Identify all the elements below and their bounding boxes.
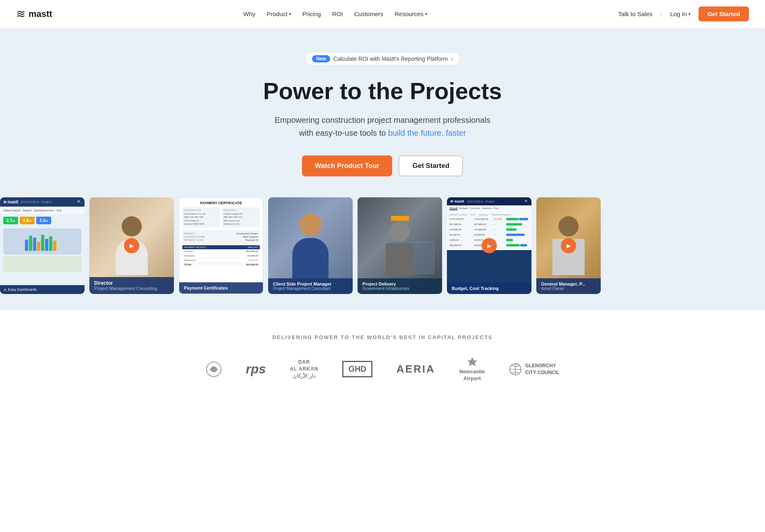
card-payment-label: Payment Certificates bbox=[184, 286, 258, 290]
logo-ghd: GHD bbox=[342, 361, 372, 377]
badge-text: Calculate ROI with Mastt's Reporting Pla… bbox=[333, 56, 448, 62]
get-started-hero-button[interactable]: Get Started bbox=[399, 155, 463, 176]
hero-subtitle: Empowering construction project manageme… bbox=[16, 114, 749, 139]
hero-subtitle-highlight: build the future, faster bbox=[388, 128, 466, 137]
hero-section: New Calculate ROI with Mastt's Reporting… bbox=[0, 28, 765, 197]
watch-product-tour-button[interactable]: Watch Product Tour bbox=[302, 155, 393, 176]
svg-rect-0 bbox=[25, 240, 28, 251]
logo-dar-al-arkan: DAR AL ARKAN دار الأركان bbox=[290, 359, 318, 380]
nav-pricing[interactable]: Pricing bbox=[302, 10, 321, 17]
svg-rect-5 bbox=[45, 239, 48, 251]
card-infra-sub: Government Infrastructure bbox=[362, 286, 437, 291]
svg-rect-1 bbox=[29, 236, 32, 251]
card-pm-sub: Project Management Consultant bbox=[273, 286, 348, 291]
cards-strip: ≋ mastt EST01235 A - Project 🔍 Status Re… bbox=[0, 197, 765, 310]
card-infra[interactable]: Project Delivery Government Infrastructu… bbox=[358, 197, 442, 294]
svg-rect-7 bbox=[53, 240, 56, 251]
hero-title: Power to the Projects bbox=[16, 78, 749, 104]
card-pm[interactable]: Client Side Project Manager Project Mana… bbox=[268, 197, 353, 294]
login-chevron-icon: ▾ bbox=[688, 12, 691, 16]
logo-text: mastt bbox=[29, 9, 52, 19]
card-general[interactable]: ▶ General Manager, P... Asset Owner bbox=[536, 197, 601, 294]
nav-roi[interactable]: ROI bbox=[332, 10, 343, 17]
card-dashboard[interactable]: ≋ mastt EST01235 A - Project 🔍 Status Re… bbox=[0, 197, 85, 294]
get-started-nav-button[interactable]: Get Started bbox=[699, 6, 749, 21]
product-chevron-icon: ▾ bbox=[289, 12, 291, 16]
nav-right: Talk to Sales | Log In ▾ Get Started bbox=[618, 6, 749, 21]
card-budget-play-button[interactable]: ▶ bbox=[482, 238, 497, 253]
hero-buttons: Watch Product Tour Get Started bbox=[16, 155, 749, 176]
card-payment[interactable]: PAYMENT CERTIFICATE CONTRACTOR Construct… bbox=[179, 197, 263, 294]
log-in-button[interactable]: Log In ▾ bbox=[670, 10, 691, 17]
nav-customers[interactable]: Customers bbox=[354, 10, 383, 17]
logo-unknown bbox=[206, 361, 222, 377]
card-infra-title: Project Delivery bbox=[362, 282, 437, 286]
talk-to-sales-link[interactable]: Talk to Sales bbox=[618, 10, 652, 17]
card-pm-title: Client Side Project Manager bbox=[273, 282, 348, 286]
card-budget[interactable]: ≋ mastt EST01235 A - Project 🔍 Overall B… bbox=[447, 197, 531, 294]
cards-outer: ≋ mastt EST01235 A - Project 🔍 Status Re… bbox=[0, 197, 765, 294]
card-director-title: Director bbox=[94, 280, 169, 286]
logo-aeria: AERIA bbox=[397, 363, 435, 375]
nav-links: Why Product ▾ Pricing ROI Customers Reso… bbox=[243, 10, 427, 17]
resources-chevron-icon: ▾ bbox=[425, 12, 427, 16]
svg-rect-4 bbox=[41, 235, 44, 251]
card-general-sub: Asset Owner bbox=[541, 286, 596, 291]
logo-glenorchy: GLENORCHY CITY COUNCIL bbox=[509, 362, 559, 376]
card-director-play-button[interactable]: ▶ bbox=[124, 238, 139, 253]
logo-newcastle-airport: Newcastle Airport bbox=[459, 356, 485, 382]
logos-section: DELIVERING POWER TO THE WORLD'S BEST IN … bbox=[0, 310, 765, 406]
badge-arrow-icon: › bbox=[451, 56, 453, 62]
logos-row: rps DAR AL ARKAN دار الأركان GHD AERIA N… bbox=[16, 356, 749, 382]
card-budget-label: Budget, Cost Tracking bbox=[452, 286, 527, 291]
nav-why[interactable]: Why bbox=[243, 10, 255, 17]
nav-divider: | bbox=[660, 10, 662, 18]
card-director-sub: Project Management Consulting bbox=[94, 286, 169, 291]
nav-resources[interactable]: Resources ▾ bbox=[395, 10, 427, 17]
svg-rect-2 bbox=[33, 238, 36, 251]
hero-badge[interactable]: New Calculate ROI with Mastt's Reporting… bbox=[305, 52, 460, 65]
cards-row: ≋ mastt EST01235 A - Project 🔍 Status Re… bbox=[0, 197, 765, 294]
card-dashboard-label: e, Easy Dashboards bbox=[4, 288, 37, 292]
nav-product[interactable]: Product ▾ bbox=[267, 10, 291, 17]
logo-icon: ≋ bbox=[16, 7, 25, 21]
card-general-play-button[interactable]: ▶ bbox=[561, 238, 576, 253]
svg-rect-3 bbox=[37, 242, 40, 251]
navbar: ≋ mastt Why Product ▾ Pricing ROI Custom… bbox=[0, 0, 765, 28]
svg-rect-6 bbox=[49, 236, 52, 251]
badge-new-label: New bbox=[312, 55, 330, 62]
logo[interactable]: ≋ mastt bbox=[16, 7, 52, 21]
card-general-title: General Manager, P... bbox=[541, 282, 596, 286]
logo-rps: rps bbox=[246, 362, 266, 377]
card-director[interactable]: ▶ Director Project Management Consulting bbox=[89, 197, 174, 294]
logos-title: DELIVERING POWER TO THE WORLD'S BEST IN … bbox=[16, 334, 749, 340]
